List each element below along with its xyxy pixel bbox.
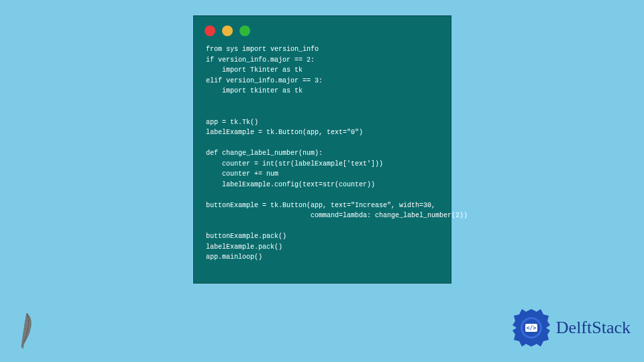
svg-text:</>: </> bbox=[527, 325, 537, 331]
traffic-lights bbox=[194, 16, 451, 42]
minimize-icon[interactable] bbox=[222, 25, 233, 36]
logo-text: DelftStack bbox=[556, 318, 631, 338]
feather-icon bbox=[13, 310, 40, 350]
logo: </> DelftStack bbox=[511, 307, 631, 349]
maximize-icon[interactable] bbox=[239, 25, 250, 36]
code-window: from sys import version_info if version_… bbox=[193, 15, 451, 284]
logo-badge-icon: </> bbox=[511, 307, 552, 349]
close-icon[interactable] bbox=[205, 25, 215, 36]
code-block: from sys import version_info if version_… bbox=[194, 42, 451, 274]
